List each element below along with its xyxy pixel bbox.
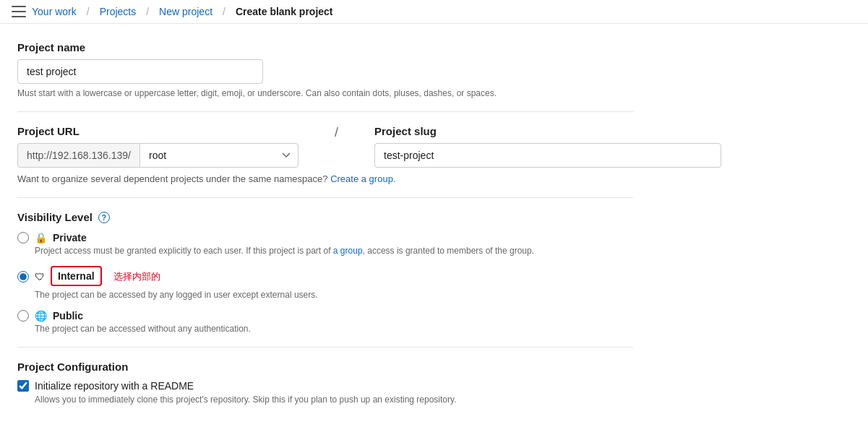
- breadcrumb-projects[interactable]: Projects: [100, 6, 137, 17]
- shield-icon: 🛡: [35, 271, 45, 283]
- visibility-public-radio[interactable]: [17, 310, 29, 322]
- visibility-public-option: 🌐 Public The project can be accessed wit…: [17, 310, 633, 334]
- breadcrumb-new-project[interactable]: New project: [159, 6, 212, 17]
- project-name-label: Project name: [17, 41, 633, 53]
- project-slug-label: Project slug: [374, 125, 721, 137]
- create-group-link[interactable]: Create a group.: [330, 173, 395, 184]
- internal-annotation: 选择内部的: [113, 270, 160, 283]
- visibility-private-label[interactable]: Private: [53, 232, 87, 244]
- visibility-private-option: 🔒 Private Project access must be granted…: [17, 232, 633, 256]
- main-content: Project name Must start with a lowercase…: [0, 24, 650, 422]
- init-readme-option: Initialize repository with a README Allo…: [17, 380, 633, 405]
- namespace-hint: Want to organize several dependent proje…: [17, 173, 633, 184]
- visibility-internal-option: 🛡 Internal 选择内部的 The project can be acce…: [17, 266, 633, 300]
- sidebar-toggle-icon[interactable]: [12, 6, 26, 17]
- project-name-hint: Must start with a lowercase or uppercase…: [17, 88, 523, 98]
- init-readme-hint: Allows you to immediately clone this pro…: [35, 395, 584, 405]
- lock-icon: 🔒: [35, 232, 47, 244]
- slash-icon: /: [327, 125, 345, 140]
- namespace-select[interactable]: root: [139, 143, 298, 168]
- visibility-private-radio[interactable]: [17, 232, 29, 244]
- globe-icon: 🌐: [35, 310, 47, 322]
- slash-separator: /: [327, 125, 345, 142]
- breadcrumb-your-work[interactable]: Your work: [32, 6, 77, 17]
- visibility-internal-radio[interactable]: [17, 271, 29, 283]
- visibility-internal-row: 🛡 Internal 选择内部的: [17, 266, 633, 288]
- visibility-public-row: 🌐 Public: [17, 310, 633, 322]
- visibility-header: Visibility Level ?: [17, 211, 633, 223]
- project-configuration-section: Project Configuration Initialize reposit…: [17, 361, 633, 405]
- breadcrumb-current: Create blank project: [236, 6, 333, 17]
- url-input-row: http://192.168.136.139/ root: [17, 143, 298, 168]
- project-slug-input[interactable]: [374, 143, 721, 168]
- url-slug-row: Project URL http://192.168.136.139/ root…: [17, 125, 633, 168]
- visibility-private-hint: Project access must be granted explicitl…: [35, 246, 541, 256]
- init-readme-row: Initialize repository with a README: [17, 380, 633, 392]
- project-slug-section: Project slug: [374, 125, 721, 168]
- breadcrumb-sep-2: /: [146, 6, 149, 17]
- topbar: Your work / Projects / New project / Cre…: [0, 0, 868, 24]
- visibility-internal-label[interactable]: Internal: [58, 270, 95, 282]
- init-readme-label[interactable]: Initialize repository with a README: [35, 380, 194, 392]
- visibility-help-icon[interactable]: ?: [98, 212, 110, 223]
- visibility-label: Visibility Level: [17, 211, 93, 223]
- visibility-internal-hint: The project can be accessed by any logge…: [35, 290, 541, 300]
- internal-selected-box: Internal: [51, 266, 102, 286]
- group-link[interactable]: a group: [333, 246, 363, 256]
- url-base: http://192.168.136.139/: [17, 143, 139, 168]
- breadcrumb-sep-3: /: [223, 6, 225, 17]
- visibility-public-hint: The project can be accessed without any …: [35, 324, 541, 334]
- project-name-input[interactable]: [17, 59, 263, 84]
- init-readme-checkbox[interactable]: [17, 380, 29, 392]
- project-configuration-label: Project Configuration: [17, 361, 633, 373]
- visibility-private-row: 🔒 Private: [17, 232, 633, 244]
- project-url-label: Project URL: [17, 125, 298, 137]
- visibility-public-label[interactable]: Public: [53, 310, 83, 322]
- project-url-section: Project URL http://192.168.136.139/ root: [17, 125, 298, 168]
- breadcrumb-sep-1: /: [87, 6, 90, 17]
